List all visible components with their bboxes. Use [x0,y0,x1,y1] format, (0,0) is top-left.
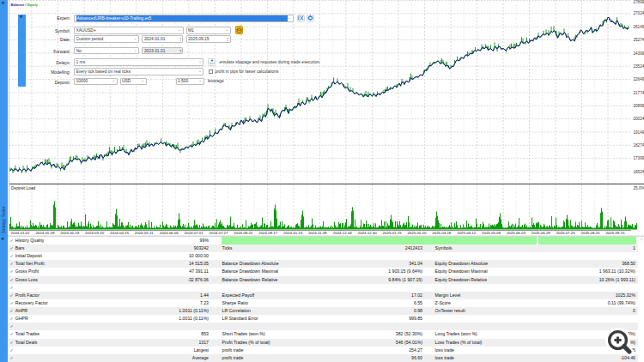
svg-text:2024.07.01: 2024.07.01 [185,231,204,235]
svg-text:25.0%: 25.0% [634,186,644,190]
svg-text:2024.02.23: 2024.02.23 [60,231,80,235]
svg-text:2025.09.15: 2025.09.15 [605,231,625,235]
svg-text:2025.06.03: 2025.06.03 [507,231,526,235]
svg-text:2024.01.28: 2024.01.28 [35,231,55,235]
svg-text:2024.03.20: 2024.03.20 [85,231,105,235]
svg-text:18274: 18274 [634,143,644,148]
svg-text:2025.03.18: 2025.03.18 [432,231,452,235]
svg-text:2024.08.22: 2024.08.22 [234,231,253,235]
svg-text:2024.12.04: 2024.12.04 [333,231,353,235]
svg-text:2025.05.08: 2025.05.08 [482,231,501,235]
svg-text:Deposit Load: Deposit Load [11,186,36,190]
svg-text:2024.06.06: 2024.06.06 [160,231,179,235]
svg-text:2024.01.02: 2024.01.02 [11,231,31,235]
svg-text:2024.11.08: 2024.11.08 [308,231,327,235]
svg-text:17399: 17399 [634,156,644,160]
svg-text:2025.02.20: 2025.02.20 [407,231,427,235]
svg-text:2024.07.27: 2024.07.27 [210,231,229,235]
svg-text:20899: 20899 [634,104,644,108]
svg-text:16524: 16524 [634,170,644,174]
svg-text:2024.10.13: 2024.10.13 [283,231,303,235]
svg-text:2024.12.30: 2024.12.30 [358,231,378,235]
svg-text:2024.05.11: 2024.05.11 [135,231,154,235]
svg-text:2025.01.25: 2025.01.25 [383,231,403,235]
svg-text:2024.04.15: 2024.04.15 [110,231,130,235]
svg-text:2025.06.29: 2025.06.29 [532,231,551,235]
svg-text:2024.09.17: 2024.09.17 [258,231,278,235]
svg-text:20024: 20024 [634,117,644,121]
svg-text:2025.07.25: 2025.07.25 [556,231,576,235]
svg-text:2025.08.20: 2025.08.20 [581,231,601,235]
svg-text:19149: 19149 [634,130,644,135]
svg-text:2025.04.12: 2025.04.12 [457,231,477,235]
